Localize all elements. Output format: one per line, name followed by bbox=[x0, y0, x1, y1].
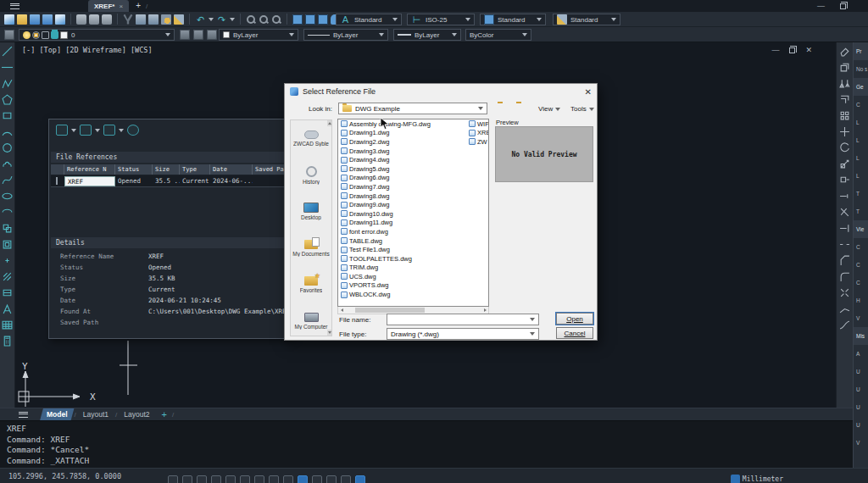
ellipse-icon[interactable] bbox=[2, 191, 13, 202]
layer-plot-icon[interactable] bbox=[42, 31, 49, 39]
format-painter-icon[interactable] bbox=[174, 14, 184, 25]
isolate-objects-toggle[interactable] bbox=[341, 475, 351, 483]
places-scroll-up[interactable] bbox=[327, 120, 331, 126]
change-path-icon[interactable] bbox=[103, 125, 115, 136]
place-item-favorites[interactable]: Favorites bbox=[291, 266, 331, 303]
attach-xref-icon[interactable] bbox=[56, 125, 68, 136]
file-item[interactable]: Drawing7.dwg bbox=[338, 182, 488, 192]
circle-icon[interactable] bbox=[2, 142, 13, 153]
scroll-left-icon[interactable] bbox=[338, 308, 345, 313]
point-icon[interactable] bbox=[2, 255, 13, 266]
chamfer-icon[interactable] bbox=[839, 255, 850, 266]
explode-icon[interactable] bbox=[839, 287, 850, 298]
annotation-scale-toggle[interactable] bbox=[312, 475, 322, 483]
save-as-icon[interactable] bbox=[42, 14, 53, 25]
insert-block-icon[interactable] bbox=[2, 223, 13, 234]
rectangle-icon[interactable] bbox=[2, 110, 13, 121]
layer-combo[interactable]: 0 bbox=[19, 29, 175, 41]
file-item[interactable]: Drawing3.dwg bbox=[338, 147, 488, 156]
file-item[interactable]: Drawing5.dwg bbox=[338, 164, 488, 174]
layout-menu-icon[interactable] bbox=[19, 412, 28, 418]
view-list-icon[interactable] bbox=[305, 14, 315, 25]
document-tab[interactable]: XREF* × bbox=[88, 0, 129, 12]
scale-icon[interactable] bbox=[839, 158, 850, 169]
view-columns-icon[interactable] bbox=[318, 14, 328, 25]
mirror-icon[interactable] bbox=[839, 78, 850, 89]
erase-icon[interactable] bbox=[839, 46, 850, 57]
file-type-combo[interactable]: Drawing (*.dwg) bbox=[387, 328, 539, 340]
viewport-config-icon[interactable] bbox=[292, 14, 303, 25]
file-item[interactable]: Test File1.dwg bbox=[338, 245, 488, 254]
region-icon[interactable] bbox=[2, 287, 13, 298]
scroll-right-icon[interactable] bbox=[481, 308, 488, 313]
place-item-desktop[interactable]: Desktop bbox=[291, 193, 331, 230]
quick-calc-icon[interactable] bbox=[2, 336, 13, 347]
make-block-icon[interactable] bbox=[2, 239, 13, 250]
file-item[interactable]: UCS.dwg bbox=[338, 272, 488, 281]
col-size[interactable]: Size bbox=[153, 164, 180, 175]
layer-previous-icon[interactable] bbox=[180, 30, 190, 40]
col-date[interactable]: Date bbox=[210, 164, 253, 175]
properties-palette-sliver[interactable]: PrNo sGeCLLLLTTVieCCCHVMisAUUUUV bbox=[853, 42, 868, 468]
file-item[interactable]: WBLOCK.dwg bbox=[338, 290, 488, 299]
table-style-combo[interactable]: Standard bbox=[480, 14, 546, 25]
file-item[interactable]: font error.dwg bbox=[338, 227, 488, 236]
place-item-my-documents[interactable]: My Documents bbox=[291, 230, 331, 266]
file-item[interactable]: TABLE.dwg bbox=[338, 236, 488, 246]
restore-window-icon[interactable] bbox=[840, 3, 846, 9]
revision-cloud-icon[interactable] bbox=[2, 158, 13, 169]
plot-icon[interactable] bbox=[102, 14, 112, 25]
lineweight-control-combo[interactable]: ByLayer bbox=[393, 29, 461, 41]
layer-lock-icon[interactable] bbox=[51, 31, 58, 39]
paste-clip-icon[interactable] bbox=[148, 14, 159, 25]
help-circle-icon[interactable] bbox=[127, 125, 139, 136]
transparency-toggle[interactable] bbox=[283, 475, 293, 483]
zoom-realtime-icon[interactable] bbox=[247, 15, 255, 24]
polar-toggle[interactable] bbox=[211, 475, 221, 483]
tools-menu-button[interactable]: Tools bbox=[570, 105, 594, 113]
copy-file-icon[interactable] bbox=[55, 14, 65, 25]
tab-layout2[interactable]: Layout2 bbox=[117, 408, 156, 421]
references-table[interactable]: Reference N Status Size Type Date Saved … bbox=[51, 164, 290, 187]
stretch-icon[interactable] bbox=[839, 175, 850, 186]
match-properties-icon[interactable] bbox=[161, 14, 171, 25]
polygon-icon[interactable] bbox=[2, 94, 13, 105]
chevron-down-icon[interactable] bbox=[209, 18, 214, 21]
extend-icon[interactable] bbox=[839, 223, 850, 234]
add-layout-button[interactable]: + bbox=[162, 409, 167, 419]
cut-clip-icon[interactable] bbox=[123, 14, 133, 25]
open-file-icon[interactable] bbox=[17, 14, 27, 25]
dim-style-combo[interactable]: ⊢ ISO-25 bbox=[407, 14, 475, 25]
lengthen-icon[interactable] bbox=[839, 191, 850, 202]
break-icon[interactable] bbox=[839, 239, 850, 250]
mtext-icon[interactable] bbox=[2, 303, 13, 314]
file-item[interactable]: Drawing4.dwg bbox=[338, 155, 488, 164]
spline-icon[interactable] bbox=[2, 175, 13, 186]
layer-isolate-icon[interactable] bbox=[207, 30, 217, 40]
units-indicator[interactable]: Millimeter bbox=[731, 475, 783, 483]
dynamic-input-toggle[interactable] bbox=[254, 475, 264, 483]
zoom-previous-icon[interactable] bbox=[272, 15, 281, 24]
doc-close-icon[interactable]: ✕ bbox=[805, 46, 812, 54]
annotation-visibility-toggle[interactable] bbox=[326, 475, 337, 483]
file-item[interactable]: XRE bbox=[466, 129, 489, 138]
look-in-combo[interactable]: DWG Example bbox=[338, 103, 487, 114]
ortho-toggle[interactable] bbox=[197, 475, 207, 483]
place-item-my-computer[interactable]: My Computer bbox=[291, 303, 331, 336]
layer-freeze-icon[interactable] bbox=[32, 31, 40, 39]
chevron-down-icon[interactable] bbox=[119, 129, 124, 132]
dialog-close-icon[interactable]: ✕ bbox=[585, 87, 592, 97]
doc-minimize-icon[interactable]: — bbox=[771, 46, 779, 54]
scrollbar-thumb[interactable] bbox=[355, 308, 425, 313]
new-file-icon[interactable] bbox=[4, 14, 14, 25]
col-status[interactable]: Status bbox=[115, 164, 153, 175]
file-item[interactable]: Drawing8.dwg bbox=[338, 192, 488, 201]
app-menu-button[interactable] bbox=[0, 0, 29, 12]
trim-icon[interactable] bbox=[839, 207, 850, 218]
osnap-toggle[interactable] bbox=[225, 475, 236, 483]
chevron-down-icon[interactable] bbox=[95, 129, 100, 132]
file-list[interactable]: Assembly drawing-MFG.dwgDrawing1.dwgDraw… bbox=[337, 119, 489, 307]
col-type[interactable]: Type bbox=[180, 164, 210, 175]
layer-on-icon[interactable] bbox=[23, 31, 31, 39]
places-scroll-down[interactable] bbox=[327, 330, 331, 336]
